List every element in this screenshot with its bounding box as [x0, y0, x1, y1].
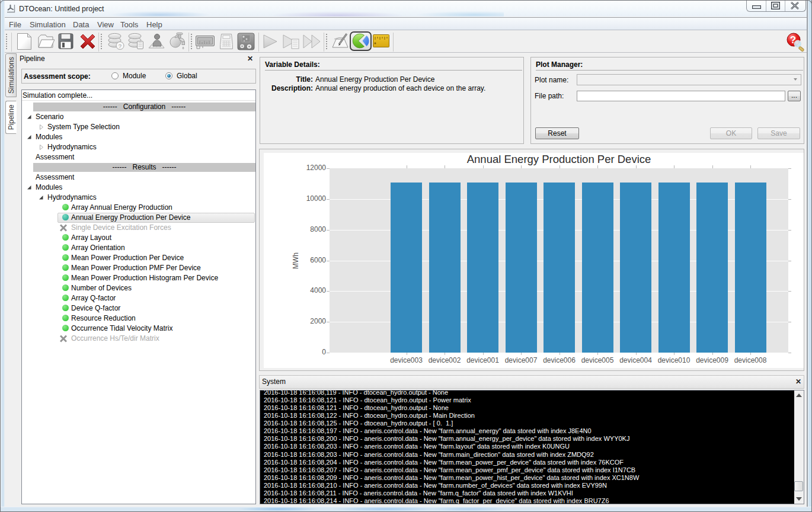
- svg-text:?: ?: [119, 43, 122, 49]
